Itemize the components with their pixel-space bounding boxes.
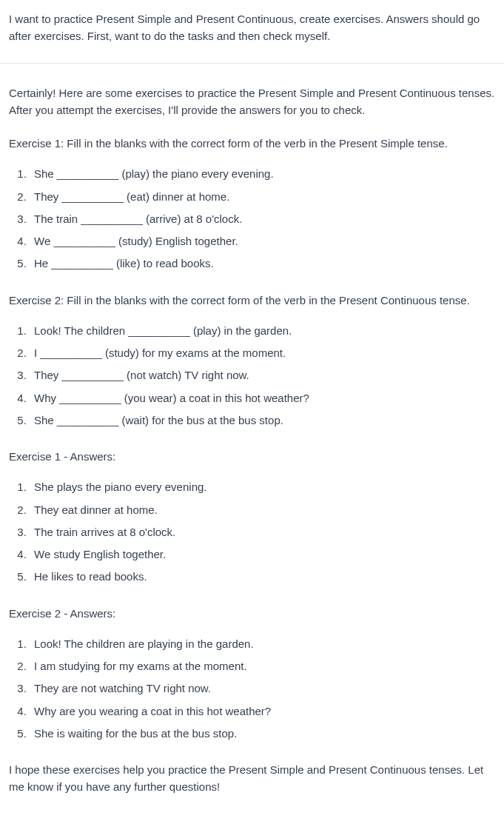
list-item: I am studying for my exams at the moment…	[30, 657, 495, 674]
answers1-list: She plays the piano every evening. They …	[9, 478, 495, 585]
list-item: She plays the piano every evening.	[30, 478, 495, 495]
list-item: He likes to read books.	[30, 568, 495, 585]
user-message-text: I want to practice Present Simple and Pr…	[9, 10, 495, 45]
exercise2-title: Exercise 2: Fill in the blanks with the …	[9, 292, 495, 309]
list-item: Look! The children __________ (play) in …	[30, 322, 495, 339]
list-item: She is waiting for the bus at the bus st…	[30, 725, 495, 742]
exercise1-list: She __________ (play) the piano every ev…	[9, 165, 495, 272]
list-item: They eat dinner at home.	[30, 501, 495, 518]
answers2-list: Look! The children are playing in the ga…	[9, 635, 495, 742]
list-item: They are not watching TV right now.	[30, 680, 495, 697]
list-item: The train __________ (arrive) at 8 o'clo…	[30, 210, 495, 227]
list-item: He __________ (like) to read books.	[30, 255, 495, 272]
list-item: We __________ (study) English together.	[30, 232, 495, 249]
assistant-intro: Certainly! Here are some exercises to pr…	[9, 84, 495, 119]
list-item: She __________ (wait) for the bus at the…	[30, 412, 495, 429]
exercise1-title: Exercise 1: Fill in the blanks with the …	[9, 135, 495, 152]
list-item: The train arrives at 8 o'clock.	[30, 523, 495, 540]
answers1-title: Exercise 1 - Answers:	[9, 448, 495, 465]
assistant-closing: I hope these exercises help you practice…	[9, 761, 495, 796]
list-item: Why are you wearing a coat in this hot w…	[30, 703, 495, 720]
list-item: Look! The children are playing in the ga…	[30, 635, 495, 652]
list-item: Why __________ (you wear) a coat in this…	[30, 389, 495, 406]
list-item: They __________ (eat) dinner at home.	[30, 188, 495, 205]
list-item: She __________ (play) the piano every ev…	[30, 165, 495, 182]
list-item: I __________ (study) for my exams at the…	[30, 344, 495, 361]
user-message-block: I want to practice Present Simple and Pr…	[0, 0, 504, 64]
list-item: We study English together.	[30, 546, 495, 563]
assistant-message-block: Certainly! Here are some exercises to pr…	[0, 64, 504, 811]
exercise2-list: Look! The children __________ (play) in …	[9, 322, 495, 429]
answers2-title: Exercise 2 - Answers:	[9, 605, 495, 622]
list-item: They __________ (not watch) TV right now…	[30, 366, 495, 383]
